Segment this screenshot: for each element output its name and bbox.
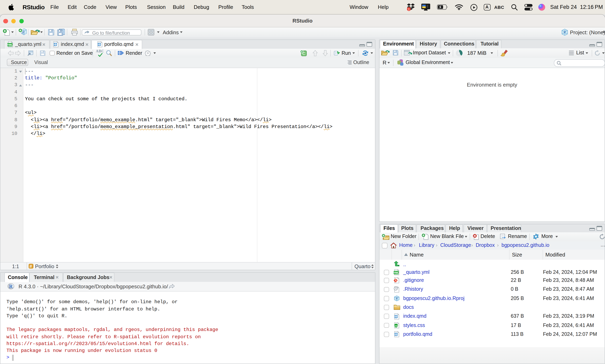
svg-text:R: R bbox=[9, 284, 13, 289]
svg-text:YML: YML bbox=[7, 43, 13, 46]
svg-text:1: 1 bbox=[408, 7, 410, 11]
svg-text:R: R bbox=[395, 297, 398, 300]
svg-text:css: css bbox=[394, 324, 398, 327]
svg-text:YML: YML bbox=[394, 271, 399, 274]
svg-text:R: R bbox=[564, 30, 566, 34]
